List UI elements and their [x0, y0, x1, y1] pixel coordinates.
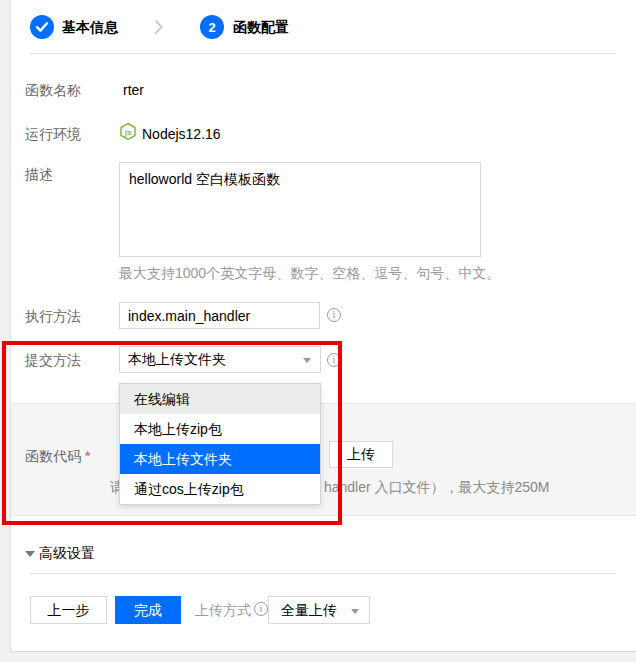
submit-method-info-icon[interactable]: i: [327, 353, 341, 367]
submit-method-selected-value: 本地上传文件夹: [128, 351, 226, 367]
description-textarea[interactable]: helloworld 空白模板函数: [119, 162, 481, 257]
chevron-down-icon: [303, 358, 311, 363]
dropdown-option-local-folder[interactable]: 本地上传文件夹: [120, 444, 320, 474]
check-icon: [35, 21, 49, 33]
description-label: 描述: [25, 166, 53, 182]
function-code-label: 函数代码 *: [25, 448, 90, 464]
description-help: 最大支持1000个英文字母、数字、空格、逗号、句号、中文。: [119, 265, 500, 281]
step2-number: 2: [208, 20, 215, 35]
triangle-down-icon: [25, 551, 35, 557]
header-divider: [30, 53, 616, 54]
step2-number-circle[interactable]: 2: [200, 15, 224, 39]
dropdown-option-local-zip[interactable]: 本地上传zip包: [120, 414, 320, 444]
function-code-section: [11, 403, 636, 516]
step1-done-circle[interactable]: [30, 15, 54, 39]
chevron-down-icon: [351, 609, 359, 614]
upload-button[interactable]: 上传: [329, 441, 393, 468]
svg-text:js: js: [124, 128, 132, 137]
required-asterisk: *: [85, 448, 90, 464]
function-config-page: 基本信息 2 函数配置 函数名称 rter 运行环境 js Nodejs12.1…: [0, 0, 636, 662]
nodejs-icon: js: [119, 122, 137, 144]
step1-label[interactable]: 基本信息: [62, 19, 118, 35]
upload-mode-label: 上传方式: [195, 602, 251, 620]
content-panel: [10, 0, 636, 652]
submit-method-dropdown-menu: 在线编辑 本地上传zip包 本地上传文件夹 通过cos上传zip包: [119, 383, 321, 505]
step2-label[interactable]: 函数配置: [233, 19, 289, 35]
upload-mode-selected-value: 全量上传: [281, 602, 337, 618]
submit-method-label: 提交方法: [25, 352, 81, 368]
footer-divider: [30, 573, 616, 574]
chevron-right-icon: [153, 18, 164, 39]
runtime-value: Nodejs12.16: [142, 126, 221, 142]
upload-mode-select[interactable]: 全量上传: [268, 596, 370, 624]
previous-step-button[interactable]: 上一步: [30, 596, 107, 624]
function-name-value: rter: [123, 82, 144, 98]
handler-info-icon[interactable]: i: [327, 308, 341, 322]
upload-mode-info-icon[interactable]: i: [254, 602, 268, 616]
handler-label: 执行方法: [25, 308, 81, 324]
submit-method-select[interactable]: 本地上传文件夹: [119, 346, 321, 373]
finish-button[interactable]: 完成: [115, 596, 181, 624]
dropdown-option-cos-zip[interactable]: 通过cos上传zip包: [120, 474, 320, 504]
runtime-label: 运行环境: [25, 126, 81, 142]
dropdown-option-online-edit[interactable]: 在线编辑: [120, 384, 320, 414]
handler-input[interactable]: [119, 302, 320, 329]
function-name-label: 函数名称: [25, 82, 81, 98]
advanced-settings-toggle[interactable]: 高级设置: [39, 545, 95, 563]
